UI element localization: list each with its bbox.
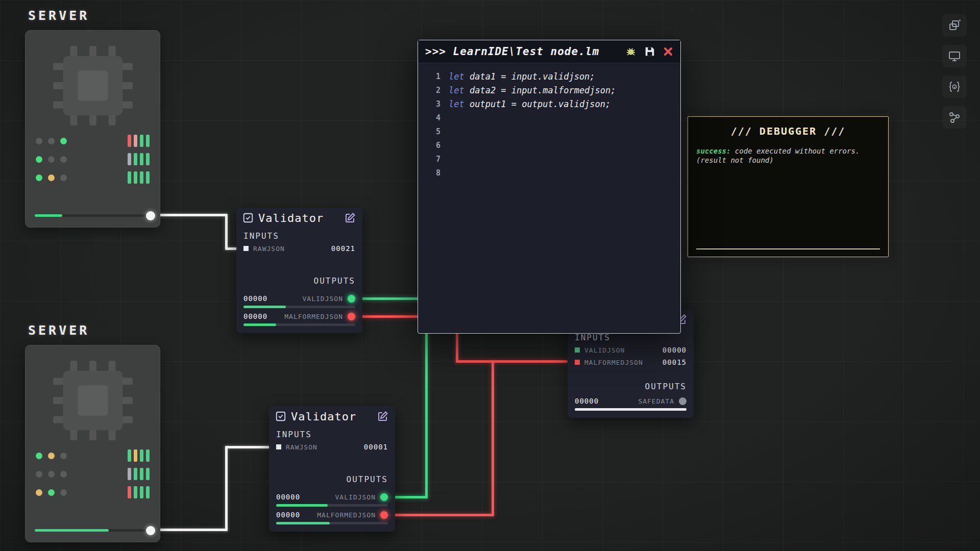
code-line: 3let output1 = output.validjson;: [418, 97, 680, 111]
wire-validator2-malformed-h: [387, 514, 494, 516]
server2-status-row-2: [26, 465, 160, 483]
node-title-text: Validator: [258, 212, 324, 224]
server2-status-row-1: [26, 446, 160, 465]
wire-server2-to-validator2-h: [150, 529, 228, 531]
output-progress-bar: [243, 306, 355, 308]
server1-output-port[interactable]: [146, 211, 155, 220]
outputs-header: OUTPUTS: [236, 275, 362, 287]
validjson-output-port[interactable]: [380, 493, 388, 501]
status-bars: [128, 153, 150, 165]
code-area[interactable]: 1let data1 = input.validjson; 2let data2…: [418, 63, 680, 186]
new-window-icon: [948, 19, 961, 32]
server1-node[interactable]: [25, 30, 160, 228]
status-bars: [128, 171, 150, 184]
led-indicator: [36, 489, 42, 496]
slider-fill: [35, 529, 109, 532]
wire-validator1-malformedjson: [357, 315, 424, 318]
wire-server1-to-validator1-v: [225, 214, 228, 249]
led-indicator: [60, 174, 67, 181]
led-indicator: [60, 471, 67, 478]
server1-label: SERVER: [28, 8, 89, 23]
input-label: MALFORMEDJSON: [584, 359, 643, 366]
wire-malformed-junction-v: [456, 333, 458, 363]
server1-status-row-2: [26, 150, 160, 168]
wire-validator2-validjson-v: [425, 333, 428, 498]
debugger-message: code executed without errors.: [730, 147, 860, 155]
malformedjson-output-port[interactable]: [348, 313, 355, 320]
validator1-node[interactable]: Validator INPUTS RAWJSON 00021 OUTPUTS 0…: [236, 208, 362, 333]
code-line: 8: [418, 166, 680, 180]
input-row-malformedjson: MALFORMEDJSON 00015: [568, 356, 694, 368]
malformedjson-output-port[interactable]: [380, 511, 388, 519]
input-marker: [243, 246, 249, 251]
share-nodes-button[interactable]: [942, 106, 967, 129]
close-icon[interactable]: [663, 46, 673, 57]
output-label: SAFEDATA: [638, 397, 674, 405]
share-nodes-icon: [948, 111, 961, 124]
input-value: 00021: [331, 244, 355, 253]
input-marker: [575, 347, 580, 353]
led-indicator: [36, 471, 42, 478]
wire-malformed-to-partialnode-h: [456, 360, 568, 363]
line-number: 1: [418, 72, 449, 81]
output-value: 00000: [276, 511, 300, 519]
input-row-rawjson: RAWJSON 00021: [236, 242, 362, 255]
server2-status-row-3: [26, 483, 160, 502]
debugger-input-line[interactable]: [696, 248, 880, 249]
server2-label: SERVER: [28, 323, 89, 338]
cpu-chip-icon: [50, 43, 136, 129]
debug-bug-icon[interactable]: [625, 46, 636, 57]
wire-server2-to-validator2-v: [225, 446, 228, 531]
status-bars: [128, 486, 150, 498]
validator2-title-bar: Validator: [269, 406, 395, 427]
node-title-text: Validator: [291, 410, 356, 423]
output-row-safedata: 00000 SAFEDATA: [568, 395, 694, 407]
input-label: RAWJSON: [286, 443, 317, 451]
server2-output-slider: [35, 529, 151, 532]
led-indicator: [60, 156, 67, 163]
line-number: 8: [418, 168, 449, 178]
code-line: 1let data1 = input.validjson;: [418, 69, 680, 83]
server2-node[interactable]: [25, 345, 160, 542]
output-label: VALIDJSON: [303, 295, 343, 303]
output-value: 00000: [243, 294, 267, 303]
output-label: MALFORMEDJSON: [317, 511, 376, 519]
validator2-node[interactable]: Validator INPUTS RAWJSON 00001 OUTPUTS 0…: [269, 406, 395, 532]
right-toolbar: [942, 14, 967, 129]
code-line: 6: [418, 138, 680, 152]
braces-info-icon: [948, 80, 961, 93]
save-icon[interactable]: [644, 46, 655, 57]
input-row-rawjson: RAWJSON 00001: [269, 441, 395, 453]
input-marker: [276, 444, 281, 449]
validjson-output-port[interactable]: [348, 295, 355, 303]
editor-title: >>> LearnIDE\Test node.lm: [425, 45, 599, 58]
debugger-title: /// DEBUGGER ///: [688, 125, 888, 137]
display-button[interactable]: [942, 45, 967, 67]
server2-output-port[interactable]: [146, 526, 155, 535]
debugger-note: (result not found): [696, 156, 774, 164]
safedata-output-port[interactable]: [679, 397, 687, 405]
slider-fill: [35, 214, 62, 217]
led-indicator: [48, 453, 55, 459]
led-indicator: [60, 453, 67, 459]
output-row-malformedjson: 00000 MALFORMEDJSON: [236, 310, 362, 322]
status-bars: [128, 449, 150, 462]
output-value: 00000: [276, 493, 300, 501]
status-bars: [128, 468, 150, 480]
braces-info-button[interactable]: [942, 76, 967, 98]
led-indicator: [48, 489, 55, 496]
inputs-header: INPUTS: [269, 429, 395, 441]
inputs-header: INPUTS: [236, 230, 362, 242]
new-window-button[interactable]: [942, 14, 967, 37]
validator1-title-bar: Validator: [236, 208, 362, 228]
edit-icon[interactable]: [377, 410, 389, 422]
edit-icon[interactable]: [344, 212, 356, 224]
line-number: 4: [418, 113, 449, 122]
editor-title-bar[interactable]: >>> LearnIDE\Test node.lm: [418, 40, 680, 63]
code-line: 7: [418, 152, 680, 166]
line-number: 6: [418, 141, 449, 150]
server1-status-row-3: [26, 168, 160, 187]
output-progress-bar: [276, 504, 388, 507]
input-marker: [575, 360, 580, 365]
led-indicator: [48, 156, 55, 163]
